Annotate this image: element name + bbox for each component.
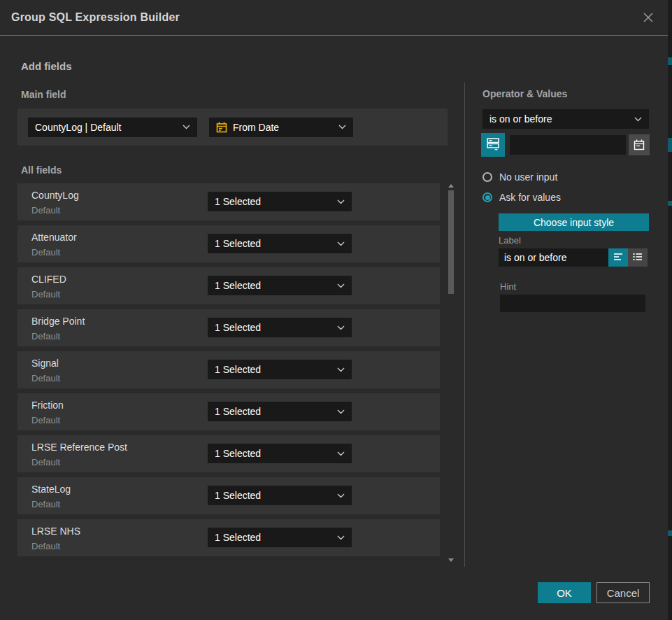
date-picker-button[interactable] [629,134,650,155]
field-name: CountyLog [31,190,79,201]
close-icon[interactable] [641,10,655,24]
field-selected-dropdown[interactable]: 1 Selected [208,234,352,253]
field-name: Attenuator [31,232,77,243]
main-field-date-value: From Date [233,122,279,133]
main-field-date-dropdown[interactable]: From Date [209,118,353,137]
dialog-title: Group SQL Expression Builder [11,11,180,24]
field-row: StateLog Default 1 Selected [17,477,440,514]
field-row: CLIFED Default 1 Selected [17,267,440,304]
field-name: CLIFED [31,274,66,285]
hint-field-label: Hint [500,281,516,292]
backdrop-edge [668,0,672,620]
field-sublabel: Default [31,205,60,216]
field-selected-value: 1 Selected [215,490,261,501]
all-fields-heading: All fields [21,164,62,176]
align-left-icon [613,251,623,264]
chevron-down-icon [183,125,190,129]
field-row: LRSE NHS Default 1 Selected [17,519,440,556]
field-name: StateLog [31,484,71,495]
label-input[interactable] [499,248,608,267]
radio-ask-for-values[interactable]: Ask for values [482,192,561,203]
operator-values-heading: Operator & Values [482,88,567,99]
field-selected-dropdown[interactable]: 1 Selected [208,528,352,547]
input-style-list-button[interactable] [628,248,648,267]
scrollbar-down-arrow[interactable] [448,558,454,562]
field-sublabel: Default [31,331,60,341]
chevron-down-icon [337,409,345,414]
calendar-icon [634,139,645,150]
field-sublabel: Default [31,373,60,383]
backdrop-accent [668,201,672,206]
field-row: Attenuator Default 1 Selected [17,225,440,262]
cancel-button[interactable]: Cancel [596,582,650,603]
operator-dropdown[interactable]: is on or before [482,109,649,129]
chevron-down-icon [337,535,345,540]
choose-input-style-button[interactable]: Choose input style [499,213,649,231]
field-row: CountyLog Default 1 Selected [17,183,440,220]
field-selected-dropdown[interactable]: 1 Selected [208,402,352,421]
label-field-label: Label [499,235,521,246]
field-selected-dropdown[interactable]: 1 Selected [208,360,352,379]
operator-value: is on or before [489,113,552,125]
chevron-down-icon [337,325,345,330]
radio-selected-icon [482,192,492,202]
backdrop-accent [668,530,672,536]
field-selected-dropdown[interactable]: 1 Selected [208,276,352,295]
field-name: Friction [31,400,64,411]
set-value-source-button[interactable] [481,133,505,157]
chevron-down-icon [337,199,345,204]
dialog-header: Group SQL Expression Builder [0,0,668,36]
field-values-icon [486,136,500,153]
hint-input[interactable] [500,295,645,312]
main-field-panel: CountyLog | Default From Date [17,108,448,146]
field-selected-value: 1 Selected [215,448,261,459]
field-name: LRSE NHS [31,526,80,537]
ok-button[interactable]: OK [538,582,591,603]
chevron-down-icon [338,125,346,129]
chevron-down-icon [634,117,642,122]
list-icon [633,251,643,264]
chevron-down-icon [337,283,345,288]
radio-no-user-input-label: No user input [499,171,557,183]
field-sublabel: Default [31,289,60,300]
field-selected-value: 1 Selected [215,322,261,333]
field-selected-dropdown[interactable]: 1 Selected [208,192,352,211]
backdrop-accent [668,57,672,65]
field-selected-dropdown[interactable]: 1 Selected [208,318,352,337]
field-selected-dropdown[interactable]: 1 Selected [208,486,352,505]
radio-unselected-icon [482,172,492,182]
field-name: Signal [31,358,59,369]
field-sublabel: Default [31,499,60,509]
field-sublabel: Default [31,415,60,425]
field-selected-value: 1 Selected [215,280,261,291]
field-selected-dropdown[interactable]: 1 Selected [208,444,352,463]
input-style-text-button[interactable] [608,248,628,267]
scrollbar-up-arrow[interactable] [448,184,454,188]
radio-no-user-input[interactable]: No user input [482,171,557,183]
field-name: Bridge Point [31,316,85,327]
chevron-down-icon [337,241,345,246]
field-selected-value: 1 Selected [215,532,261,543]
field-selected-value: 1 Selected [215,406,261,417]
field-row: Signal Default 1 Selected [17,351,440,388]
date-value-input[interactable] [510,135,626,155]
field-row: Bridge Point Default 1 Selected [17,309,440,346]
main-field-source-dropdown[interactable]: CountyLog | Default [28,118,197,137]
backdrop-accent [668,138,672,152]
main-field-source-value: CountyLog | Default [35,122,122,133]
chevron-down-icon [337,451,345,456]
field-sublabel: Default [31,457,60,467]
field-selected-value: 1 Selected [215,238,261,249]
column-divider [464,83,465,567]
field-name: LRSE Reference Post [31,442,127,453]
add-fields-heading: Add fields [21,60,72,72]
field-sublabel: Default [31,247,60,258]
scrollbar-thumb[interactable] [448,190,454,294]
chevron-down-icon [337,493,345,498]
field-sublabel: Default [31,541,60,551]
field-row: LRSE Reference Post Default 1 Selected [17,435,440,472]
main-field-heading: Main field [21,89,66,100]
chevron-down-icon [337,367,345,372]
all-fields-list: CountyLog Default 1 Selected Attenuator … [17,183,440,561]
field-selected-value: 1 Selected [215,196,261,207]
